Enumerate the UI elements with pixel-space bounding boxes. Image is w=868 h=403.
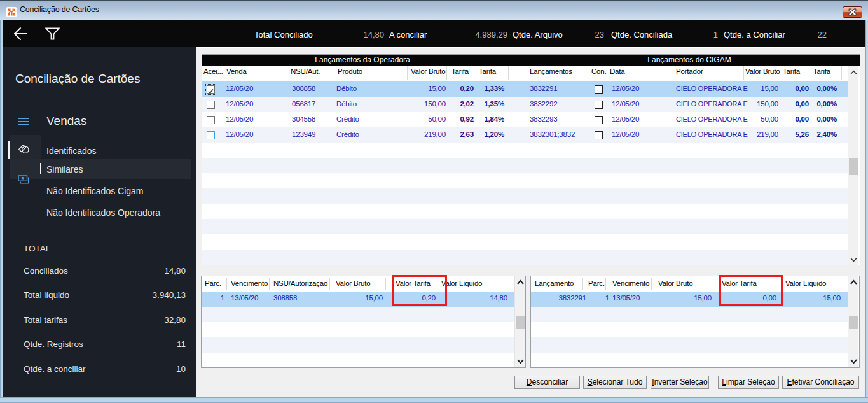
svg-text:$: $ [21, 176, 24, 181]
